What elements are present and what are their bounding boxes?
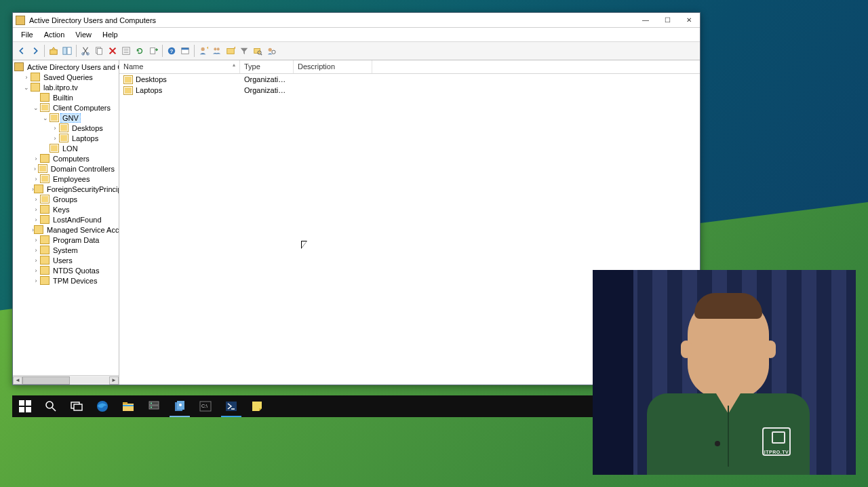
tree-system[interactable]: ›System: [13, 245, 119, 255]
help-button[interactable]: ?: [165, 45, 178, 57]
tree-keys[interactable]: ›Keys: [13, 204, 119, 214]
tree-builtin[interactable]: Builtin: [13, 92, 119, 102]
svg-point-18: [214, 47, 216, 50]
add-to-group-button[interactable]: [265, 45, 277, 57]
tree-groups[interactable]: ›Groups: [13, 194, 119, 204]
powershell-button[interactable]: [218, 395, 244, 417]
svg-rect-30: [26, 407, 31, 412]
new-ou-button[interactable]: ✦: [224, 45, 237, 57]
tree-label: lab.itpro.tv: [42, 83, 79, 92]
sort-asc-icon: ▴: [233, 62, 235, 68]
new-group-button[interactable]: [211, 45, 223, 57]
svg-rect-29: [19, 407, 24, 412]
ou-icon: [123, 86, 133, 95]
minimize-button[interactable]: —: [635, 13, 656, 28]
titlebar[interactable]: Active Directory Users and Computers — ☐…: [13, 13, 700, 28]
list-item[interactable]: Laptops Organizational...: [119, 85, 700, 96]
cut-button[interactable]: [79, 45, 92, 57]
svg-point-41: [151, 403, 152, 404]
copy-button[interactable]: [93, 45, 105, 57]
list-item-name: Desktops: [136, 75, 167, 83]
search-button[interactable]: [252, 45, 264, 57]
ou-icon: [38, 164, 47, 173]
properties-button[interactable]: [120, 45, 132, 57]
logo-text: ITPRO.TV: [764, 450, 789, 454]
list-item-name: Laptops: [136, 86, 162, 94]
edge-button[interactable]: [90, 395, 115, 417]
back-button[interactable]: [16, 45, 28, 57]
folder-icon: [40, 205, 50, 214]
menu-help[interactable]: Help: [97, 29, 123, 40]
presenter-video: ITPRO.TV: [593, 270, 856, 475]
forward-button[interactable]: [29, 45, 41, 57]
tree-gnv[interactable]: ⌄GNV: [13, 113, 119, 123]
svg-point-16: [201, 47, 205, 51]
tree-users[interactable]: ›Users: [13, 255, 119, 265]
lapel-mic-icon: [715, 441, 720, 446]
tree-saved-queries[interactable]: › Saved Queries: [13, 72, 119, 82]
menu-action[interactable]: Action: [39, 29, 71, 40]
col-name[interactable]: Name▴: [119, 60, 240, 73]
folder-icon: [34, 184, 43, 193]
presenter-figure: ITPRO.TV: [647, 297, 810, 473]
tree-label: Keys: [52, 206, 71, 214]
taskbar[interactable]: C:\: [12, 395, 593, 417]
menu-view[interactable]: View: [70, 29, 97, 40]
tree-gnv-laptops[interactable]: ›Laptops: [13, 133, 119, 143]
list-item[interactable]: Desktops Organizational...: [119, 74, 700, 85]
tree-computers[interactable]: ›Computers: [13, 153, 119, 163]
svg-rect-34: [74, 404, 82, 410]
tree-pane[interactable]: Active Directory Users and Computers › S…: [13, 60, 119, 385]
refresh-button[interactable]: [134, 45, 146, 57]
show-hide-tree-button[interactable]: [61, 45, 73, 57]
sticky-notes-button[interactable]: [244, 395, 270, 417]
tree-domain[interactable]: ⌄ lab.itpro.tv: [13, 82, 119, 92]
ou-icon: [59, 134, 68, 142]
svg-rect-27: [19, 400, 24, 406]
col-type[interactable]: Type: [240, 60, 294, 73]
maximize-button[interactable]: ☐: [656, 13, 678, 28]
aduc-taskbar-button[interactable]: [167, 395, 193, 417]
tree-lostfound[interactable]: ›LostAndFound: [13, 214, 119, 225]
close-button[interactable]: ✕: [678, 13, 700, 28]
svg-text:?: ?: [170, 48, 174, 54]
tree-gnv-desktops[interactable]: ›Desktops: [13, 123, 119, 133]
up-button[interactable]: [47, 45, 60, 57]
explorer-button[interactable]: [115, 395, 141, 417]
tree-label: Saved Queries: [42, 73, 94, 81]
tree-label: Employees: [52, 175, 91, 183]
server-manager-button[interactable]: [141, 395, 167, 417]
ou-icon: [123, 75, 133, 84]
find-button[interactable]: [179, 45, 191, 57]
delete-button[interactable]: [106, 45, 119, 57]
list-header: Name▴ Type Description: [119, 60, 700, 74]
menu-file[interactable]: File: [16, 29, 39, 40]
tree-ntds[interactable]: ›NTDS Quotas: [13, 265, 119, 275]
tree-lon[interactable]: LON: [13, 143, 119, 153]
new-user-button[interactable]: ✦: [197, 45, 210, 57]
tree-client-computers[interactable]: ⌄Client Computers: [13, 102, 119, 113]
tree-msa[interactable]: ›Managed Service Accounts: [13, 225, 119, 235]
ou-icon: [50, 113, 59, 122]
tree-tpm[interactable]: ›TPM Devices: [13, 275, 119, 286]
tree-hscroll[interactable]: ◄ ►: [13, 375, 119, 385]
tree-root[interactable]: Active Directory Users and Computers: [13, 62, 119, 72]
start-button[interactable]: [12, 395, 38, 417]
filter-button[interactable]: [238, 45, 250, 57]
tree-domain-controllers[interactable]: ›Domain Controllers: [13, 163, 119, 174]
col-description[interactable]: Description: [294, 60, 372, 73]
tree-fsp[interactable]: ›ForeignSecurityPrincipals: [13, 184, 119, 194]
scroll-thumb[interactable]: [22, 376, 70, 385]
scroll-right-icon[interactable]: ►: [109, 376, 119, 385]
folder-icon: [40, 246, 50, 254]
task-view-button[interactable]: [64, 395, 90, 417]
tree-programdata[interactable]: ›Program Data: [13, 235, 119, 245]
export-button[interactable]: [147, 45, 159, 57]
search-button[interactable]: [38, 395, 64, 417]
tree-employees[interactable]: ›Employees: [13, 174, 119, 184]
tree-label: Builtin: [52, 94, 75, 102]
scroll-left-icon[interactable]: ◄: [13, 376, 22, 385]
ou-icon: [40, 174, 50, 183]
svg-point-19: [217, 47, 220, 50]
cmd-button[interactable]: C:\: [193, 395, 218, 417]
